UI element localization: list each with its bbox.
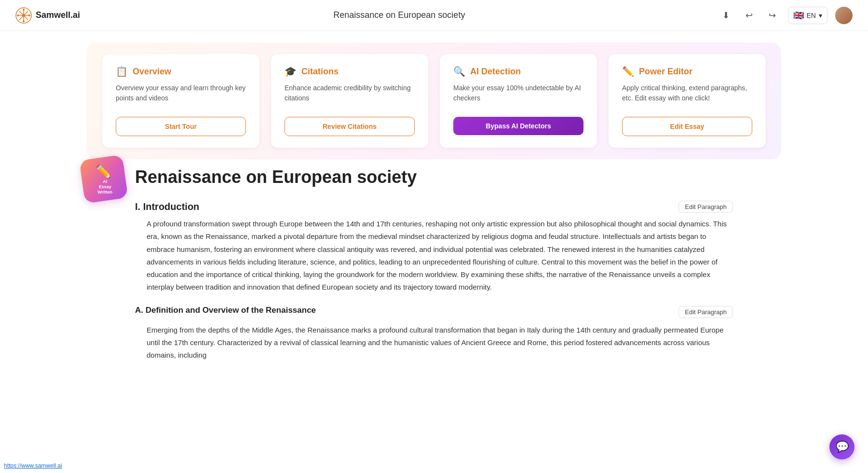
introduction-title: I. Introduction: [135, 201, 199, 212]
definition-header: A. Definition and Overview of the Renais…: [135, 306, 733, 319]
overview-title: Overview: [133, 67, 171, 77]
introduction-text: A profound transformation swept through …: [135, 218, 733, 294]
app-header: Samwell.ai Renaissance on European socie…: [0, 0, 868, 31]
svg-point-6: [23, 9, 25, 11]
ai-detection-card: 🔍 AI Detection Make your essay 100% unde…: [440, 54, 597, 148]
overview-icon: 📋: [116, 66, 128, 77]
ai-detection-card-header: 🔍 AI Detection: [453, 66, 583, 77]
power-editor-card: ✏️ Power Editor Apply critical thinking,…: [609, 54, 766, 148]
definition-title: A. Definition and Overview of the Renais…: [135, 306, 316, 315]
svg-point-9: [28, 14, 30, 16]
svg-point-7: [23, 20, 25, 22]
chat-icon: 💬: [836, 441, 849, 453]
essay-title: Renaissance on European society: [135, 167, 733, 187]
logo-text: Samwell.ai: [36, 10, 80, 20]
overview-card: 📋 Overview Overview your essay and learn…: [102, 54, 259, 148]
citations-icon: 🎓: [285, 66, 297, 77]
svg-point-5: [22, 14, 25, 17]
ai-detection-title: AI Detection: [470, 67, 521, 77]
definition-section: A. Definition and Overview of the Renais…: [135, 306, 733, 362]
edit-introduction-button[interactable]: Edit Paragraph: [678, 201, 733, 213]
flag-icon: 🇬🇧: [793, 10, 804, 21]
introduction-header: I. Introduction Edit Paragraph: [135, 201, 733, 213]
citations-card: 🎓 Citations Enhance academic credibility…: [271, 54, 428, 148]
badge-pencil-icon: ✏️: [94, 163, 111, 179]
logo[interactable]: Samwell.ai: [15, 7, 80, 24]
power-editor-description: Apply critical thinking, extend paragrap…: [622, 83, 752, 107]
user-avatar[interactable]: [835, 7, 853, 24]
ai-written-badge: ✏️ AIEssayWritten: [79, 154, 128, 204]
edit-definition-button[interactable]: Edit Paragraph: [678, 306, 733, 318]
svg-point-8: [17, 14, 19, 16]
download-button[interactable]: ⬇: [719, 8, 734, 23]
feature-banner: 📋 Overview Overview your essay and learn…: [87, 42, 781, 159]
bottom-url: https://www.samwell.ai: [4, 462, 62, 469]
overview-card-header: 📋 Overview: [116, 66, 246, 77]
power-editor-title: Power Editor: [639, 67, 692, 77]
power-editor-icon: ✏️: [622, 66, 634, 77]
chat-bubble-button[interactable]: 💬: [829, 434, 854, 459]
chevron-down-icon: ▾: [819, 12, 822, 19]
ai-detection-description: Make your essay 100% undetectable by AI …: [453, 83, 583, 107]
badge-label: AIEssayWritten: [97, 179, 112, 195]
header-actions: ⬇ ↩ ↪ 🇬🇧 EN ▾: [719, 7, 853, 24]
edit-essay-button[interactable]: Edit Essay: [622, 117, 752, 136]
header-title: Renaissance on European society: [333, 10, 465, 20]
logo-icon: [15, 7, 32, 24]
avatar-image: [835, 7, 853, 24]
essay-area: ✏️ AIEssayWritten Renaissance on Europea…: [0, 167, 868, 362]
citations-title: Citations: [301, 67, 339, 77]
undo-button[interactable]: ↩: [742, 8, 757, 23]
introduction-section: I. Introduction Edit Paragraph A profoun…: [135, 201, 733, 294]
review-citations-button[interactable]: Review Citations: [285, 117, 415, 136]
redo-button[interactable]: ↪: [765, 8, 780, 23]
lang-label: EN: [807, 12, 816, 19]
language-selector[interactable]: 🇬🇧 EN ▾: [788, 7, 827, 24]
power-editor-card-header: ✏️ Power Editor: [622, 66, 752, 77]
citations-description: Enhance academic credibility by switchin…: [285, 83, 415, 107]
start-tour-button[interactable]: Start Tour: [116, 117, 246, 136]
citations-card-header: 🎓 Citations: [285, 66, 415, 77]
ai-detection-icon: 🔍: [453, 66, 465, 77]
overview-description: Overview your essay and learn through ke…: [116, 83, 246, 107]
bypass-ai-button[interactable]: Bypass AI Detectors: [453, 117, 583, 135]
definition-text: Emerging from the depths of the Middle A…: [135, 324, 733, 362]
